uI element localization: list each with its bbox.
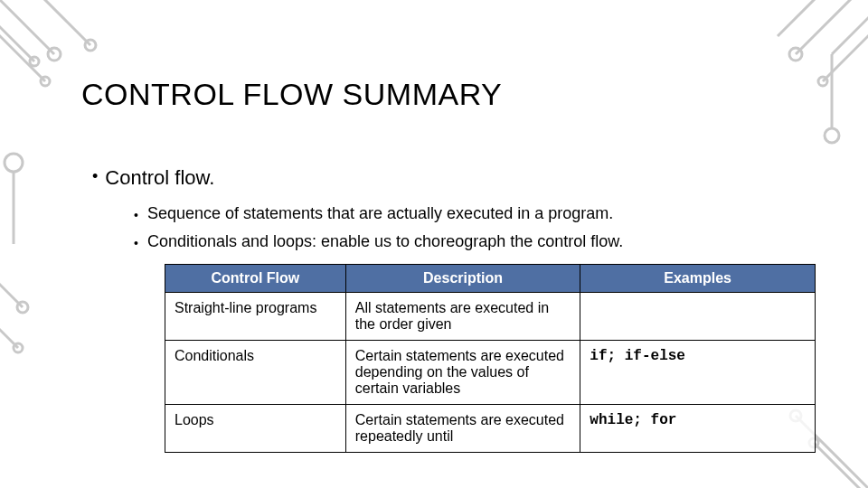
- svg-point-3: [30, 57, 39, 66]
- sub-bullet: • Conditionals and loops: enable us to c…: [134, 232, 805, 251]
- circuit-decoration-left: [0, 136, 50, 371]
- svg-line-24: [814, 443, 868, 488]
- sub-bullet-text: Conditionals and loops: enable us to cho…: [147, 232, 623, 251]
- svg-point-1: [48, 48, 61, 61]
- table-header: Control Flow: [165, 265, 346, 293]
- bullet-main-text: Control flow.: [105, 166, 214, 190]
- svg-point-19: [825, 128, 839, 143]
- table-row: Conditionals Certain statements are exec…: [165, 341, 816, 405]
- svg-point-17: [818, 77, 827, 86]
- cell-description: All statements are executed in the order…: [345, 293, 580, 341]
- svg-line-2: [0, 0, 34, 61]
- table-row: Straight-line programs All statements ar…: [165, 293, 816, 341]
- svg-line-10: [0, 271, 23, 307]
- cell-flow: Straight-line programs: [165, 293, 346, 341]
- svg-line-12: [0, 316, 18, 348]
- cell-examples: [580, 293, 816, 341]
- sub-bullet-text: Sequence of statements that are actually…: [147, 204, 613, 223]
- table-row: Loops Certain statements are executed re…: [165, 405, 816, 453]
- cell-flow: Conditionals: [165, 341, 346, 405]
- svg-line-18: [778, 0, 868, 36]
- table-header-row: Control Flow Description Examples: [165, 265, 816, 293]
- svg-line-6: [0, 27, 45, 81]
- control-flow-table: Control Flow Description Examples Straig…: [165, 264, 816, 453]
- svg-point-11: [17, 302, 28, 313]
- svg-line-21: [832, 0, 868, 54]
- bullet-dot: •: [92, 168, 98, 184]
- svg-point-7: [41, 77, 50, 86]
- svg-line-16: [823, 0, 868, 81]
- cell-description: Certain statements are executed repeated…: [345, 405, 580, 453]
- bullet-list: • Control flow. • Sequence of statements…: [92, 166, 805, 251]
- svg-line-0: [0, 0, 54, 54]
- cell-description: Certain statements are executed dependin…: [345, 341, 580, 405]
- svg-point-13: [14, 343, 23, 352]
- table-header: Description: [345, 265, 580, 293]
- table-header: Examples: [580, 265, 816, 293]
- bullet-dot: •: [134, 208, 138, 222]
- cell-examples: while; for: [580, 405, 816, 453]
- svg-line-4: [18, 0, 90, 45]
- svg-line-14: [796, 0, 868, 54]
- cell-flow: Loops: [165, 405, 346, 453]
- page-title: CONTROL FLOW SUMMARY: [81, 77, 805, 112]
- svg-point-15: [789, 48, 802, 61]
- cell-examples: if; if-else: [580, 341, 816, 405]
- svg-point-5: [85, 40, 96, 51]
- sub-bullet: • Sequence of statements that are actual…: [134, 204, 805, 223]
- bullet-dot: •: [134, 236, 138, 250]
- svg-point-8: [5, 154, 23, 172]
- bullet-main: • Control flow.: [92, 166, 805, 190]
